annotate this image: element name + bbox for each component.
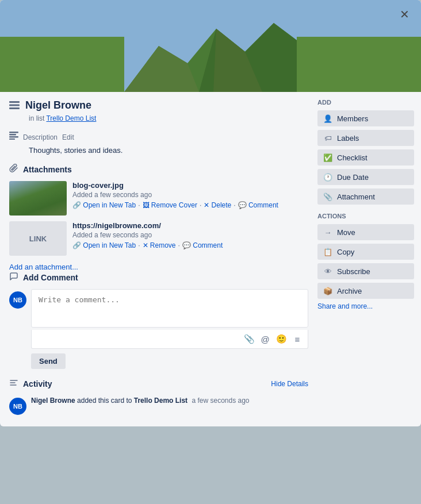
activity-avatar: NB	[9, 398, 26, 415]
due-date-label: Due Date	[337, 173, 369, 182]
attachment-section-icon	[9, 164, 18, 175]
activity-title: Activity	[23, 379, 52, 388]
comment-section: Add Comment NB 📎 @ 🙂 ≡ Send	[9, 272, 308, 369]
attachment-image	[9, 181, 67, 216]
labels-icon: 🏷	[323, 133, 332, 143]
svg-rect-6	[9, 105, 20, 106]
svg-rect-7	[9, 107, 20, 109]
subscribe-icon: 👁	[323, 267, 332, 276]
add-attachment-link[interactable]: Add an attachment...	[9, 263, 78, 271]
move-button[interactable]: → Move	[317, 224, 414, 240]
activity-action: added this card to	[77, 397, 134, 405]
attachment-button[interactable]: 📎 Attachment	[317, 188, 414, 205]
members-icon: 👤	[323, 114, 332, 123]
attachment-icon: 📎	[323, 192, 332, 201]
send-button[interactable]: Send	[31, 353, 66, 369]
attachment-filename: blog-cover.jpg	[72, 181, 308, 190]
description-label: Description	[23, 133, 58, 141]
svg-rect-10	[9, 136, 18, 138]
attachment-actions: 🔗 Open in New Tab · ✕ Remove · 💬 Comment	[72, 241, 308, 249]
move-icon: →	[323, 228, 332, 237]
activity-text: Nigel Browne added this card to Trello D…	[31, 395, 250, 406]
activity-title-row: Activity	[9, 378, 52, 390]
activity-user: Nigel Browne	[31, 397, 75, 405]
attachment-item: LINK https://nigelbrowne.com/ Added a fe…	[9, 221, 308, 256]
open-new-tab-link[interactable]: 🔗 Open in New Tab	[72, 201, 136, 209]
attachment-time: Added a few seconds ago	[72, 191, 308, 199]
labels-label: Labels	[337, 134, 359, 143]
members-button[interactable]: 👤 Members	[317, 110, 414, 126]
members-label: Members	[337, 114, 368, 123]
attachment-time: Added a few seconds ago	[72, 231, 308, 239]
mention-tool-icon[interactable]: @	[259, 333, 271, 345]
attachment-link-thumb: LINK	[9, 221, 67, 256]
svg-rect-9	[9, 134, 16, 136]
due-date-icon: 🕐	[323, 172, 332, 182]
move-label: Move	[337, 228, 355, 237]
activity-header: Activity Hide Details	[9, 378, 308, 390]
list-link[interactable]: Trello Demo List	[46, 114, 96, 122]
comment-header: Add Comment	[9, 272, 308, 283]
attachment-item: blog-cover.jpg Added a few seconds ago 🔗…	[9, 181, 308, 216]
subscribe-label: Subscribe	[337, 267, 370, 276]
card-title-row: Nigel Browne	[9, 99, 308, 112]
hide-details-link[interactable]: Hide Details	[271, 380, 308, 388]
activity-item: NB Nigel Browne added this card to Trell…	[9, 395, 308, 415]
comment-icon	[9, 272, 18, 283]
copy-icon: 📋	[323, 247, 332, 256]
close-button[interactable]: ✕	[396, 6, 413, 23]
attachments-header: Attachments	[9, 164, 308, 175]
comment-input-row: NB 📎 @ 🙂 ≡	[9, 289, 308, 349]
card-title: Nigel Browne	[25, 99, 91, 112]
attachment-info: https://nigelbrowne.com/ Added a few sec…	[72, 221, 308, 249]
modal-body: Nigel Browne in list Trello Demo List De…	[0, 92, 421, 426]
description-text: Thoughts, stories and ideas.	[29, 146, 308, 155]
avatar: NB	[9, 291, 26, 309]
svg-rect-8	[9, 132, 18, 133]
copy-button[interactable]: 📋 Copy	[317, 244, 414, 260]
attachment-tool-icon[interactable]: 📎	[243, 333, 255, 345]
actions-section-label: Actions	[317, 213, 414, 220]
delete-link[interactable]: ✕ Delete	[204, 201, 231, 209]
labels-button[interactable]: 🏷 Labels	[317, 130, 414, 146]
comment-toolbar: 📎 @ 🙂 ≡	[31, 330, 308, 349]
remove-cover-link[interactable]: 🖼 Remove Cover	[143, 201, 197, 209]
open-new-tab-link-2[interactable]: 🔗 Open in New Tab	[72, 241, 136, 249]
subscribe-button[interactable]: 👁 Subscribe	[317, 263, 414, 279]
svg-rect-11	[9, 138, 15, 140]
description-icon	[9, 132, 18, 142]
checklist-label: Checklist	[337, 153, 368, 162]
archive-icon: 📦	[323, 286, 332, 295]
format-tool-icon[interactable]: ≡	[292, 333, 303, 345]
attachment-label: Attachment	[337, 193, 375, 201]
comment-section-title: Add Comment	[23, 273, 78, 282]
attachments-title: Attachments	[23, 165, 72, 174]
activity-icon	[9, 378, 18, 390]
sidebar: Add 👤 Members 🏷 Labels ✅ Checklist 🕐 Due…	[317, 99, 414, 415]
activity-time: a few seconds ago	[192, 397, 249, 405]
main-column: Nigel Browne in list Trello Demo List De…	[9, 99, 317, 415]
archive-label: Archive	[337, 287, 362, 295]
comment-link-2[interactable]: 💬 Comment	[182, 241, 223, 249]
share-more-link[interactable]: Share and more...	[317, 302, 414, 310]
cover-image: ✕	[0, 0, 421, 92]
description-row: Description Edit	[9, 130, 308, 144]
checklist-icon: ✅	[323, 153, 332, 162]
remove-link[interactable]: ✕ Remove	[143, 241, 176, 249]
checklist-button[interactable]: ✅ Checklist	[317, 149, 414, 166]
attachment-thumbnail	[9, 181, 67, 216]
svg-rect-5	[9, 101, 20, 103]
attachment-url: https://nigelbrowne.com/	[72, 221, 308, 230]
card-icon	[9, 101, 20, 111]
card-modal: ✕ Nigel Browne in list Trello Demo List …	[0, 0, 421, 426]
comment-input-area: 📎 @ 🙂 ≡	[31, 289, 308, 349]
copy-label: Copy	[337, 248, 354, 256]
description-edit-link[interactable]: Edit	[62, 133, 74, 141]
due-date-button[interactable]: 🕐 Due Date	[317, 169, 414, 185]
comment-textarea[interactable]	[31, 289, 308, 328]
emoji-tool-icon[interactable]: 🙂	[275, 333, 287, 345]
comment-link[interactable]: 💬 Comment	[238, 201, 278, 209]
card-list-info: in list Trello Demo List	[29, 114, 308, 122]
archive-button[interactable]: 📦 Archive	[317, 283, 414, 299]
attachment-info: blog-cover.jpg Added a few seconds ago 🔗…	[72, 181, 308, 209]
